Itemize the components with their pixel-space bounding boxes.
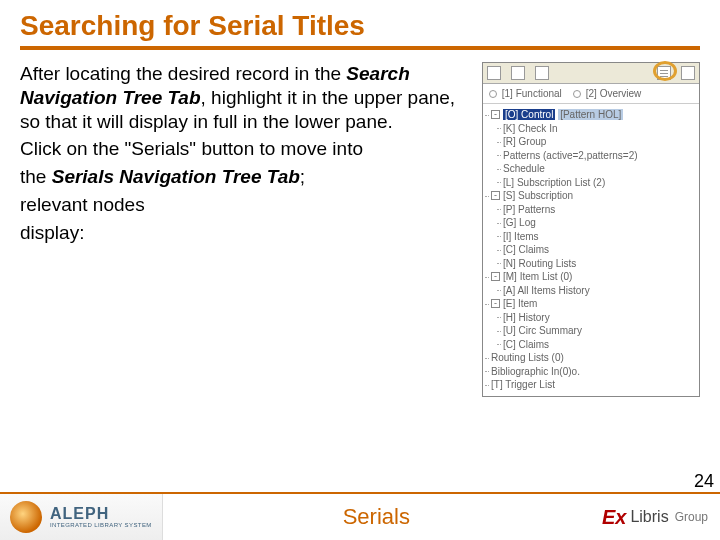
tree-node[interactable]: [G] Log: [497, 216, 697, 230]
radio-icon[interactable]: [489, 90, 497, 98]
page-title: Searching for Serial Titles: [0, 0, 720, 46]
p5: display:: [20, 221, 474, 245]
expand-box-icon[interactable]: -: [491, 110, 500, 119]
footer-left: ALEPH INTEGRATED LIBRARY SYSTEM: [0, 494, 163, 540]
body: After locating the desired record in the…: [0, 62, 720, 397]
exlibris-mark: Ex: [602, 506, 626, 529]
p2: Click on the "Serials" button to move in…: [20, 138, 363, 159]
tree-node[interactable]: Schedule: [497, 162, 697, 176]
footer-right: Ex Libris Group: [590, 494, 720, 540]
serials-toolbar-icon[interactable]: [657, 66, 671, 80]
overview-row: [1] Functional [2] Overview: [483, 84, 699, 104]
aleph-logo-icon: [10, 501, 42, 533]
radio-icon[interactable]: [573, 90, 581, 98]
tree-node[interactable]: Patterns (active=2,patterns=2): [497, 149, 697, 163]
tree-node[interactable]: Bibliographic In(0)o.: [485, 365, 697, 379]
panel-toolbar: [483, 63, 699, 84]
p1a: After locating the desired record in the: [20, 63, 346, 84]
tree-node[interactable]: [T] Trigger List: [485, 378, 697, 392]
p3b: Serials Navigation Tree Tab: [52, 166, 300, 187]
tree-node[interactable]: [A] All Items History: [497, 284, 697, 298]
tree-node[interactable]: -[E] Item: [485, 297, 697, 311]
navigation-tree: -[O] Control [Pattern HOL][K] Check In[R…: [483, 104, 699, 396]
tree-node[interactable]: [P] Patterns: [497, 203, 697, 217]
p4: relevant nodes: [20, 193, 474, 217]
expand-box-icon[interactable]: -: [491, 272, 500, 281]
footer: ALEPH INTEGRATED LIBRARY SYSTEM Serials …: [0, 492, 720, 540]
tree-panel-container: [1] Functional [2] Overview -[O] Control…: [482, 62, 700, 397]
aleph-name: ALEPH: [50, 506, 152, 522]
exlibris-group: Group: [675, 510, 708, 524]
tree-node[interactable]: [L] Subscription List (2): [497, 176, 697, 190]
toolbar-icon-3[interactable]: [535, 66, 549, 80]
page-number: 24: [694, 471, 714, 492]
toolbar-icon-5[interactable]: [681, 66, 695, 80]
overview-left: [1] Functional: [502, 88, 562, 99]
expand-box-icon[interactable]: -: [491, 191, 500, 200]
tree-node[interactable]: -[S] Subscription: [485, 189, 697, 203]
exlibris-text: Libris: [630, 508, 668, 526]
footer-mid: Serials: [163, 494, 590, 540]
instruction-text: After locating the desired record in the…: [20, 62, 474, 397]
overview-right: [2] Overview: [586, 88, 642, 99]
p3c: ;: [300, 166, 305, 187]
tree-node[interactable]: Routing Lists (0): [485, 351, 697, 365]
tree-node[interactable]: -[O] Control [Pattern HOL]: [485, 108, 697, 122]
aleph-tagline: INTEGRATED LIBRARY SYSTEM: [50, 522, 152, 528]
expand-box-icon[interactable]: -: [491, 299, 500, 308]
tree-node[interactable]: [K] Check In: [497, 122, 697, 136]
tree-node[interactable]: -[M] Item List (0): [485, 270, 697, 284]
tree-node[interactable]: [C] Claims: [497, 338, 697, 352]
tree-node[interactable]: [I] Items: [497, 230, 697, 244]
tree-node[interactable]: [U] Circ Summary: [497, 324, 697, 338]
toolbar-icon-1[interactable]: [487, 66, 501, 80]
tree-node[interactable]: [N] Routing Lists: [497, 257, 697, 271]
tree-panel: [1] Functional [2] Overview -[O] Control…: [482, 62, 700, 397]
tree-node[interactable]: [H] History: [497, 311, 697, 325]
tree-node[interactable]: [R] Group: [497, 135, 697, 149]
title-rule: [20, 46, 700, 50]
p3a: the: [20, 166, 52, 187]
toolbar-icon-2[interactable]: [511, 66, 525, 80]
tree-node[interactable]: [C] Claims: [497, 243, 697, 257]
